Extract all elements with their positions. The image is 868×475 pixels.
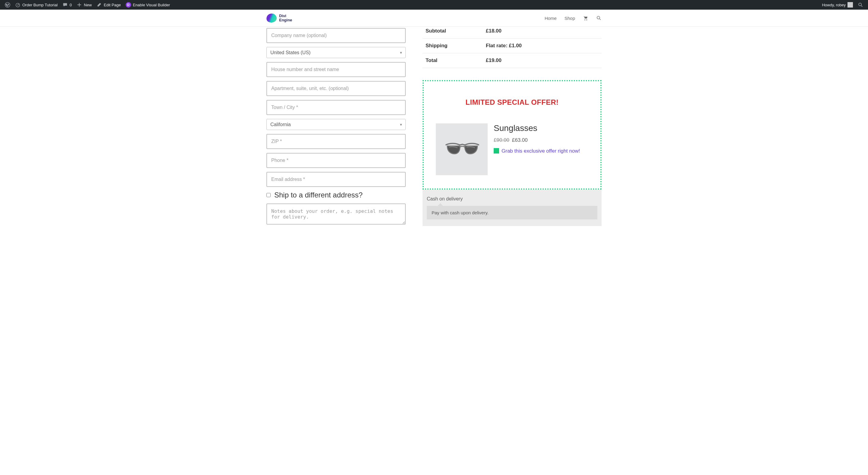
edit-page-menu[interactable]: Edit Page [94,0,123,10]
phone-field[interactable] [267,153,406,168]
nav-home[interactable]: Home [545,15,557,21]
order-totals-table: Subtotal £18.00 Shipping Flat rate: £1.0… [423,27,601,68]
ship-different-address-toggle[interactable]: Ship to a different address? [267,191,406,199]
search-icon [858,2,863,7]
subtotal-value: £18.00 [483,27,601,38]
comment-count: 0 [70,3,72,7]
order-notes-field[interactable] [267,203,406,225]
email-field[interactable] [267,172,406,187]
total-value: £19.00 [483,53,601,68]
nav-shop[interactable]: Shop [564,15,575,21]
zip-field[interactable] [267,134,406,149]
edit-page-label: Edit Page [104,3,121,7]
total-label: Total [423,53,483,68]
order-review-column: Subtotal £18.00 Shipping Flat rate: £1.0… [423,27,601,230]
search-icon[interactable] [596,15,601,21]
comments-menu[interactable]: 0 [60,0,74,10]
visual-builder-menu[interactable]: D Enable Visual Builder [123,0,173,10]
ship-different-label: Ship to a different address? [274,191,363,199]
divi-icon: D [126,2,131,7]
dashboard-icon [15,2,21,7]
admin-search[interactable] [855,0,866,10]
shipping-row: Shipping Flat rate: £1.00 [423,38,601,53]
logo-mark [266,13,277,23]
payment-method-cod-desc: Pay with cash upon delivery. [427,206,597,219]
main-nav: Home Shop [545,15,601,21]
bump-headline: LIMITED SPECIAL OFFER! [436,98,588,107]
apartment-field[interactable] [267,81,406,96]
comment-icon [62,2,68,7]
state-select[interactable]: California [267,119,406,130]
avatar [847,2,853,7]
svg-point-4 [597,16,600,19]
site-title-text: Order Bump Tutorial [22,3,58,7]
bump-checkbox[interactable] [494,148,499,154]
plus-icon [76,2,82,7]
payment-methods: Cash on delivery Pay with cash upon deli… [423,190,601,226]
logo-text: Divi Engine [279,14,292,22]
bump-product-name: Sunglasses [494,124,588,133]
order-bump-box: LIMITED SPECIAL OFFER! Sunglasses [423,80,601,190]
site-header: Divi Engine Home Shop [0,10,868,27]
billing-form: United States (US) ▼ California ▼ [267,27,406,230]
ship-different-checkbox[interactable] [267,193,271,197]
svg-point-3 [859,3,861,6]
bump-product-image [436,124,488,175]
street-address-field[interactable] [267,62,406,77]
cart-icon[interactable] [583,15,588,21]
bump-price-old: £90.00 [494,137,509,143]
city-field[interactable] [267,100,406,115]
shipping-value: Flat rate: £1.00 [483,38,601,53]
bump-add-to-order[interactable]: Grab this exclusive offer right now! [494,147,588,155]
subtotal-row: Subtotal £18.00 [423,27,601,38]
subtotal-label: Subtotal [423,27,483,38]
wp-admin-bar: Order Bump Tutorial 0 New Edit Page D En… [0,0,868,10]
svg-point-2 [18,5,19,6]
payment-method-cod-label[interactable]: Cash on delivery [427,196,597,206]
bump-price-new: £63.00 [512,137,528,143]
sunglasses-icon [444,142,480,157]
country-select[interactable]: United States (US) [267,47,406,58]
howdy-text: Howdy, robey [822,3,846,7]
new-label: New [84,3,92,7]
bump-cta-text: Grab this exclusive offer right now! [501,148,580,154]
wp-logo-menu[interactable] [2,0,13,10]
my-account-menu[interactable]: Howdy, robey [819,0,855,10]
shipping-label: Shipping [423,38,483,53]
wordpress-icon [5,2,10,7]
bump-price: £90.00 £63.00 [494,137,588,143]
visual-builder-label: Enable Visual Builder [133,3,170,7]
new-content-menu[interactable]: New [74,0,94,10]
pencil-icon [96,2,102,7]
total-row: Total £19.00 [423,53,601,68]
site-name-menu[interactable]: Order Bump Tutorial [13,0,60,10]
site-logo[interactable]: Divi Engine [267,13,292,23]
company-field[interactable] [267,28,406,43]
